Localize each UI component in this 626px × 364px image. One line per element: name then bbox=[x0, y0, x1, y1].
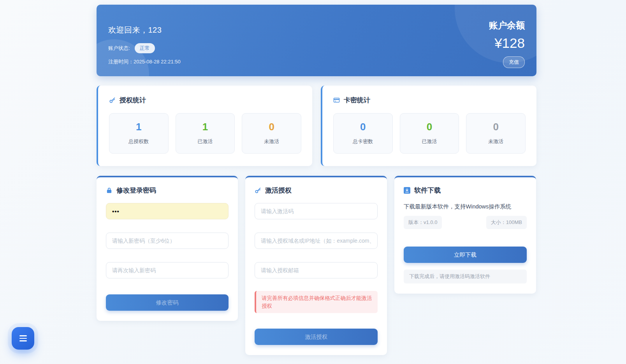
authorized-email-input[interactable] bbox=[255, 262, 378, 278]
stat-box-activated-cards: 0 已激活 bbox=[400, 113, 459, 154]
panels-row: 修改登录密码 修改密码 激活授权 请完善所有必填信息并确保格式正确后才能激活授权… bbox=[97, 176, 536, 355]
menu-fab-button[interactable] bbox=[12, 327, 34, 350]
activation-code-input[interactable] bbox=[255, 203, 378, 219]
download-icon bbox=[404, 187, 410, 194]
cardkey-stats-title: 卡密统计 bbox=[344, 96, 370, 105]
version-chip: 版本：v1.0.0 bbox=[404, 216, 442, 229]
stat-value: 0 bbox=[334, 121, 392, 133]
authorized-domain-input[interactable] bbox=[255, 233, 378, 249]
stat-value: 1 bbox=[176, 121, 235, 133]
status-badge: 正常 bbox=[135, 43, 155, 53]
stat-label: 已激活 bbox=[400, 138, 459, 145]
cardkey-stat-boxes: 0 总卡密数 0 已激活 0 未激活 bbox=[333, 113, 526, 154]
stat-label: 总授权数 bbox=[109, 138, 168, 145]
activation-header: 激活授权 bbox=[255, 186, 378, 195]
download-title: 软件下载 bbox=[414, 186, 441, 195]
stat-value: 0 bbox=[400, 121, 459, 133]
stat-value: 1 bbox=[109, 121, 168, 133]
account-status-row: 账户状态: 正常 bbox=[108, 43, 181, 53]
stat-value: 0 bbox=[242, 121, 301, 133]
recharge-button[interactable]: 充值 bbox=[503, 56, 525, 68]
current-password-input[interactable] bbox=[106, 203, 229, 219]
stat-label: 未激活 bbox=[242, 138, 301, 145]
activate-authorization-button[interactable]: 激活授权 bbox=[255, 329, 378, 345]
cardkey-stats-card: 卡密统计 0 总卡密数 0 已激活 0 未激活 bbox=[321, 86, 536, 166]
activation-title: 激活授权 bbox=[265, 186, 292, 195]
balance-value: ¥128 bbox=[489, 35, 525, 51]
stat-value: 0 bbox=[466, 121, 525, 133]
stat-label: 未激活 bbox=[466, 138, 525, 145]
account-status-label: 账户状态: bbox=[108, 45, 130, 52]
stat-box-activated-auth: 1 已激活 bbox=[176, 113, 235, 154]
download-now-button[interactable]: 立即下载 bbox=[404, 247, 527, 263]
stat-box-total-auth: 1 总授权数 bbox=[109, 113, 169, 154]
activation-panel: 激活授权 请完善所有必填信息并确保格式正确后才能激活授权 激活授权 bbox=[245, 176, 387, 355]
stat-box-inactive-cards: 0 未激活 bbox=[466, 113, 526, 154]
change-password-header: 修改登录密码 bbox=[106, 186, 229, 195]
new-password-input[interactable] bbox=[106, 233, 229, 249]
account-banner: 欢迎回来，123 账户状态: 正常 注册时间：2025-08-28 22:21:… bbox=[97, 5, 536, 76]
download-header: 软件下载 bbox=[404, 186, 527, 195]
key-icon bbox=[255, 187, 261, 194]
auth-stats-header: 授权统计 bbox=[109, 96, 301, 105]
key-icon bbox=[109, 97, 116, 103]
stats-row: 授权统计 1 总授权数 1 已激活 0 未激活 bbox=[97, 86, 536, 166]
register-time-text: 注册时间：2025-08-28 22:21:50 bbox=[108, 58, 181, 65]
stat-label: 总卡密数 bbox=[334, 138, 392, 145]
change-password-title: 修改登录密码 bbox=[116, 186, 156, 195]
stat-label: 已激活 bbox=[176, 138, 235, 145]
download-meta-row: 版本：v1.0.0 大小：100MB bbox=[404, 216, 527, 229]
auth-stats-title: 授权统计 bbox=[120, 96, 146, 105]
stat-box-inactive-auth: 0 未激活 bbox=[242, 113, 301, 154]
stat-box-total-cards: 0 总卡密数 bbox=[333, 113, 393, 154]
auth-stat-boxes: 1 总授权数 1 已激活 0 未激活 bbox=[109, 113, 301, 154]
main-content: 欢迎回来，123 账户状态: 正常 注册时间：2025-08-28 22:21:… bbox=[97, 5, 536, 355]
welcome-text: 欢迎回来，123 bbox=[108, 25, 181, 35]
software-download-panel: 软件下载 下载最新版本软件，支持Windows操作系统 版本：v1.0.0 大小… bbox=[394, 176, 536, 294]
size-chip: 大小：100MB bbox=[486, 216, 527, 229]
banner-welcome-block: 欢迎回来，123 账户状态: 正常 注册时间：2025-08-28 22:21:… bbox=[108, 5, 181, 76]
lock-icon bbox=[106, 187, 113, 194]
balance-title: 账户余额 bbox=[489, 19, 525, 32]
confirm-password-input[interactable] bbox=[106, 262, 229, 278]
change-password-button[interactable]: 修改密码 bbox=[106, 294, 229, 311]
change-password-panel: 修改登录密码 修改密码 bbox=[97, 176, 238, 321]
validation-warning: 请完善所有必填信息并确保格式正确后才能激活授权 bbox=[255, 291, 378, 313]
hamburger-icon bbox=[19, 335, 27, 341]
download-note: 下载完成后，请使用激活码激活软件 bbox=[404, 270, 527, 284]
cardkey-stats-header: 卡密统计 bbox=[333, 96, 526, 105]
auth-stats-card: 授权统计 1 总授权数 1 已激活 0 未激活 bbox=[97, 86, 312, 166]
download-description: 下载最新版本软件，支持Windows操作系统 bbox=[404, 203, 527, 210]
balance-block: 账户余额 ¥128 充值 bbox=[489, 5, 525, 76]
credit-card-icon bbox=[333, 97, 340, 103]
